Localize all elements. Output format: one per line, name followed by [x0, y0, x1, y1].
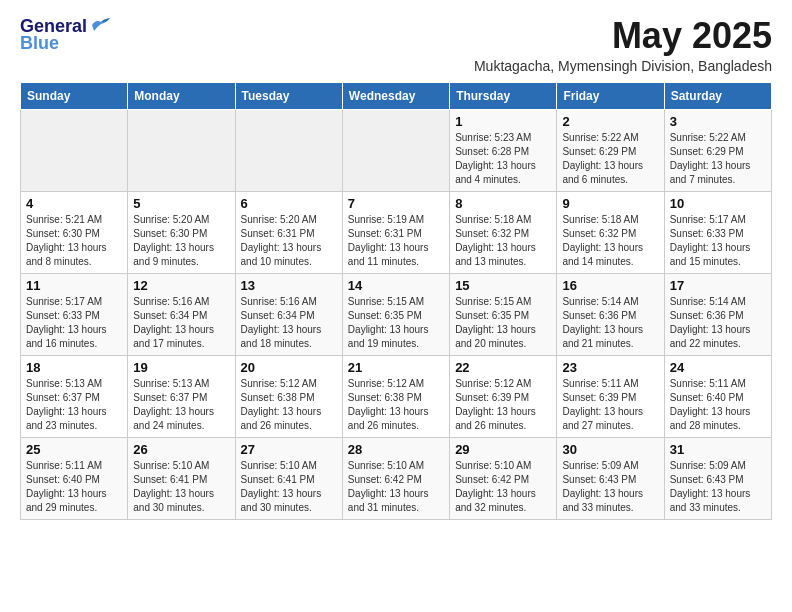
day-info: Sunrise: 5:14 AM Sunset: 6:36 PM Dayligh…: [562, 295, 658, 351]
calendar-cell: 22Sunrise: 5:12 AM Sunset: 6:39 PM Dayli…: [450, 355, 557, 437]
day-number: 14: [348, 278, 444, 293]
day-number: 28: [348, 442, 444, 457]
day-number: 15: [455, 278, 551, 293]
month-title: May 2025: [474, 16, 772, 56]
calendar-week-row: 18Sunrise: 5:13 AM Sunset: 6:37 PM Dayli…: [21, 355, 772, 437]
calendar-cell: 18Sunrise: 5:13 AM Sunset: 6:37 PM Dayli…: [21, 355, 128, 437]
calendar-cell: 13Sunrise: 5:16 AM Sunset: 6:34 PM Dayli…: [235, 273, 342, 355]
day-info: Sunrise: 5:16 AM Sunset: 6:34 PM Dayligh…: [241, 295, 337, 351]
calendar-cell: 10Sunrise: 5:17 AM Sunset: 6:33 PM Dayli…: [664, 191, 771, 273]
calendar-cell: 9Sunrise: 5:18 AM Sunset: 6:32 PM Daylig…: [557, 191, 664, 273]
day-number: 1: [455, 114, 551, 129]
day-number: 22: [455, 360, 551, 375]
calendar-body: 1Sunrise: 5:23 AM Sunset: 6:28 PM Daylig…: [21, 109, 772, 519]
day-number: 20: [241, 360, 337, 375]
calendar-cell: 11Sunrise: 5:17 AM Sunset: 6:33 PM Dayli…: [21, 273, 128, 355]
calendar-week-row: 25Sunrise: 5:11 AM Sunset: 6:40 PM Dayli…: [21, 437, 772, 519]
day-number: 21: [348, 360, 444, 375]
day-info: Sunrise: 5:12 AM Sunset: 6:39 PM Dayligh…: [455, 377, 551, 433]
calendar-cell: 7Sunrise: 5:19 AM Sunset: 6:31 PM Daylig…: [342, 191, 449, 273]
weekday-header-sunday: Sunday: [21, 82, 128, 109]
day-number: 29: [455, 442, 551, 457]
day-info: Sunrise: 5:09 AM Sunset: 6:43 PM Dayligh…: [562, 459, 658, 515]
location-subtitle: Muktagacha, Mymensingh Division, Banglad…: [474, 58, 772, 74]
day-number: 19: [133, 360, 229, 375]
day-info: Sunrise: 5:17 AM Sunset: 6:33 PM Dayligh…: [670, 213, 766, 269]
calendar-cell: 6Sunrise: 5:20 AM Sunset: 6:31 PM Daylig…: [235, 191, 342, 273]
day-info: Sunrise: 5:15 AM Sunset: 6:35 PM Dayligh…: [455, 295, 551, 351]
calendar-cell: 4Sunrise: 5:21 AM Sunset: 6:30 PM Daylig…: [21, 191, 128, 273]
calendar-cell: 16Sunrise: 5:14 AM Sunset: 6:36 PM Dayli…: [557, 273, 664, 355]
day-number: 5: [133, 196, 229, 211]
day-info: Sunrise: 5:11 AM Sunset: 6:39 PM Dayligh…: [562, 377, 658, 433]
page-header: General Blue May 2025 Muktagacha, Mymens…: [20, 16, 772, 74]
day-info: Sunrise: 5:19 AM Sunset: 6:31 PM Dayligh…: [348, 213, 444, 269]
day-number: 17: [670, 278, 766, 293]
day-number: 9: [562, 196, 658, 211]
day-info: Sunrise: 5:22 AM Sunset: 6:29 PM Dayligh…: [562, 131, 658, 187]
calendar-week-row: 11Sunrise: 5:17 AM Sunset: 6:33 PM Dayli…: [21, 273, 772, 355]
day-info: Sunrise: 5:13 AM Sunset: 6:37 PM Dayligh…: [133, 377, 229, 433]
day-number: 7: [348, 196, 444, 211]
day-number: 2: [562, 114, 658, 129]
calendar-cell: 26Sunrise: 5:10 AM Sunset: 6:41 PM Dayli…: [128, 437, 235, 519]
calendar-cell: [128, 109, 235, 191]
calendar-cell: [21, 109, 128, 191]
day-number: 16: [562, 278, 658, 293]
day-info: Sunrise: 5:10 AM Sunset: 6:41 PM Dayligh…: [241, 459, 337, 515]
logo-blue: Blue: [20, 33, 59, 54]
day-info: Sunrise: 5:20 AM Sunset: 6:31 PM Dayligh…: [241, 213, 337, 269]
calendar-week-row: 4Sunrise: 5:21 AM Sunset: 6:30 PM Daylig…: [21, 191, 772, 273]
calendar-cell: 21Sunrise: 5:12 AM Sunset: 6:38 PM Dayli…: [342, 355, 449, 437]
day-number: 24: [670, 360, 766, 375]
day-info: Sunrise: 5:10 AM Sunset: 6:42 PM Dayligh…: [455, 459, 551, 515]
calendar-table: SundayMondayTuesdayWednesdayThursdayFrid…: [20, 82, 772, 520]
day-info: Sunrise: 5:11 AM Sunset: 6:40 PM Dayligh…: [26, 459, 122, 515]
day-number: 27: [241, 442, 337, 457]
calendar-cell: 19Sunrise: 5:13 AM Sunset: 6:37 PM Dayli…: [128, 355, 235, 437]
day-info: Sunrise: 5:15 AM Sunset: 6:35 PM Dayligh…: [348, 295, 444, 351]
calendar-cell: 5Sunrise: 5:20 AM Sunset: 6:30 PM Daylig…: [128, 191, 235, 273]
day-number: 26: [133, 442, 229, 457]
calendar-cell: 17Sunrise: 5:14 AM Sunset: 6:36 PM Dayli…: [664, 273, 771, 355]
day-info: Sunrise: 5:23 AM Sunset: 6:28 PM Dayligh…: [455, 131, 551, 187]
day-number: 31: [670, 442, 766, 457]
logo: General Blue: [20, 16, 112, 54]
day-info: Sunrise: 5:18 AM Sunset: 6:32 PM Dayligh…: [455, 213, 551, 269]
calendar-cell: 8Sunrise: 5:18 AM Sunset: 6:32 PM Daylig…: [450, 191, 557, 273]
day-info: Sunrise: 5:12 AM Sunset: 6:38 PM Dayligh…: [241, 377, 337, 433]
calendar-cell: 23Sunrise: 5:11 AM Sunset: 6:39 PM Dayli…: [557, 355, 664, 437]
calendar-cell: 2Sunrise: 5:22 AM Sunset: 6:29 PM Daylig…: [557, 109, 664, 191]
calendar-week-row: 1Sunrise: 5:23 AM Sunset: 6:28 PM Daylig…: [21, 109, 772, 191]
day-number: 3: [670, 114, 766, 129]
day-info: Sunrise: 5:10 AM Sunset: 6:41 PM Dayligh…: [133, 459, 229, 515]
calendar-header-row: SundayMondayTuesdayWednesdayThursdayFrid…: [21, 82, 772, 109]
day-info: Sunrise: 5:18 AM Sunset: 6:32 PM Dayligh…: [562, 213, 658, 269]
day-number: 30: [562, 442, 658, 457]
weekday-header-saturday: Saturday: [664, 82, 771, 109]
day-number: 6: [241, 196, 337, 211]
calendar-cell: 3Sunrise: 5:22 AM Sunset: 6:29 PM Daylig…: [664, 109, 771, 191]
weekday-header-friday: Friday: [557, 82, 664, 109]
day-info: Sunrise: 5:10 AM Sunset: 6:42 PM Dayligh…: [348, 459, 444, 515]
calendar-cell: [342, 109, 449, 191]
day-number: 23: [562, 360, 658, 375]
day-info: Sunrise: 5:21 AM Sunset: 6:30 PM Dayligh…: [26, 213, 122, 269]
day-number: 8: [455, 196, 551, 211]
weekday-header-wednesday: Wednesday: [342, 82, 449, 109]
day-info: Sunrise: 5:22 AM Sunset: 6:29 PM Dayligh…: [670, 131, 766, 187]
calendar-cell: 29Sunrise: 5:10 AM Sunset: 6:42 PM Dayli…: [450, 437, 557, 519]
day-number: 10: [670, 196, 766, 211]
calendar-cell: 14Sunrise: 5:15 AM Sunset: 6:35 PM Dayli…: [342, 273, 449, 355]
day-number: 25: [26, 442, 122, 457]
calendar-cell: 12Sunrise: 5:16 AM Sunset: 6:34 PM Dayli…: [128, 273, 235, 355]
calendar-cell: 28Sunrise: 5:10 AM Sunset: 6:42 PM Dayli…: [342, 437, 449, 519]
calendar-cell: 30Sunrise: 5:09 AM Sunset: 6:43 PM Dayli…: [557, 437, 664, 519]
day-info: Sunrise: 5:16 AM Sunset: 6:34 PM Dayligh…: [133, 295, 229, 351]
day-number: 12: [133, 278, 229, 293]
day-info: Sunrise: 5:09 AM Sunset: 6:43 PM Dayligh…: [670, 459, 766, 515]
day-number: 11: [26, 278, 122, 293]
logo-bird-icon: [90, 17, 112, 33]
day-number: 13: [241, 278, 337, 293]
calendar-cell: 31Sunrise: 5:09 AM Sunset: 6:43 PM Dayli…: [664, 437, 771, 519]
